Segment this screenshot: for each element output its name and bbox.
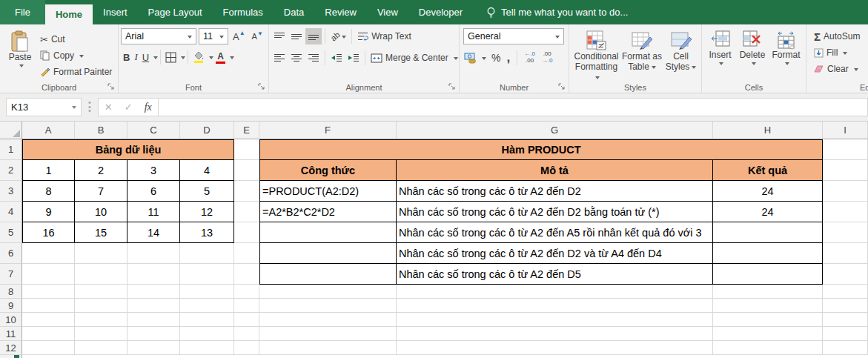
cell-F4[interactable]: =A2*B2*C2*D2 xyxy=(259,202,397,222)
cell-C12[interactable] xyxy=(127,341,180,355)
row-header-11[interactable]: 11 xyxy=(0,327,22,341)
cell-H13-partial[interactable] xyxy=(713,355,823,358)
row-header-5[interactable]: 5 xyxy=(0,222,22,243)
cell-E9[interactable] xyxy=(234,299,259,313)
align-middle-button[interactable] xyxy=(288,28,305,44)
copy-dropdown-caret[interactable] xyxy=(79,55,84,60)
cell-D3[interactable]: 5 xyxy=(180,181,234,202)
cell-B7[interactable] xyxy=(75,264,127,285)
cancel-icon[interactable]: ✕ xyxy=(105,102,113,113)
font-color-button[interactable]: A xyxy=(213,49,228,65)
cell-A1[interactable]: Bảng dữ liệu xyxy=(22,139,234,160)
cell-I3[interactable] xyxy=(823,181,868,202)
cell-D5[interactable]: 13 xyxy=(180,222,234,243)
cell-A2[interactable]: 1 xyxy=(22,160,75,181)
row-header-13-partial[interactable] xyxy=(0,355,22,358)
cell-E8[interactable] xyxy=(234,285,259,299)
cell-F6[interactable] xyxy=(259,243,397,264)
cell-F12[interactable] xyxy=(259,341,397,355)
cell-H11[interactable] xyxy=(713,327,823,341)
bold-button[interactable]: B xyxy=(121,49,132,65)
cell-G7[interactable]: Nhân các số trong các ô từ A2 đến D5 xyxy=(397,264,713,285)
row-header-9[interactable]: 9 xyxy=(0,299,22,313)
cell-G5[interactable]: Nhân các số trong các ô từ A2 đến A5 rồi… xyxy=(397,222,713,243)
cell-H8[interactable] xyxy=(713,285,823,299)
cell-F10[interactable] xyxy=(259,313,397,327)
cell-styles-button[interactable]: Cell Styles xyxy=(664,28,698,82)
wrap-text-button[interactable]: Wrap Text xyxy=(355,29,414,44)
cell-C4[interactable]: 11 xyxy=(127,202,180,222)
cell-I1[interactable] xyxy=(823,139,868,160)
cell-A8[interactable] xyxy=(22,285,75,299)
cell-B12[interactable] xyxy=(75,341,127,355)
number-format-combo[interactable]: General xyxy=(463,28,564,44)
cell-F11[interactable] xyxy=(259,327,397,341)
cell-E6[interactable] xyxy=(234,243,259,264)
tell-me-box[interactable]: Tell me what you want to do... xyxy=(486,0,628,24)
cell-A4[interactable]: 9 xyxy=(22,202,75,222)
cell-I10[interactable] xyxy=(823,313,868,327)
cell-B11[interactable] xyxy=(75,327,127,341)
row-header-12[interactable]: 12 xyxy=(0,341,22,355)
cell-B6[interactable] xyxy=(75,243,127,264)
cell-I8[interactable] xyxy=(823,285,868,299)
underline-button[interactable]: U xyxy=(140,49,151,65)
fill-color-button[interactable] xyxy=(191,49,207,65)
row-header-2[interactable]: 2 xyxy=(0,160,22,181)
conditional-formatting-button[interactable]: Conditional Formatting xyxy=(573,28,620,82)
name-box-dropdown-caret[interactable] xyxy=(72,106,76,111)
cell-F7[interactable] xyxy=(259,264,397,285)
cell-D8[interactable] xyxy=(180,285,234,299)
merge-center-dropdown-caret[interactable] xyxy=(454,57,458,62)
confirm-icon[interactable]: ✓ xyxy=(125,102,133,113)
col-header-A[interactable]: A xyxy=(22,122,75,139)
cell-B5[interactable]: 15 xyxy=(75,222,127,243)
cell-E7[interactable] xyxy=(234,264,259,285)
font-color-dropdown-caret[interactable] xyxy=(230,56,234,62)
cell-G11[interactable] xyxy=(397,327,713,341)
cell-H12[interactable] xyxy=(713,341,823,355)
cell-D2[interactable]: 4 xyxy=(180,160,234,181)
cell-C13-partial[interactable] xyxy=(127,355,180,358)
col-header-C[interactable]: C xyxy=(127,122,180,139)
cell-H3[interactable]: 24 xyxy=(713,181,823,202)
fill-color-dropdown-caret[interactable] xyxy=(209,56,213,62)
percent-style-button[interactable]: % xyxy=(489,50,503,66)
cell-F9[interactable] xyxy=(259,299,397,313)
align-right-button[interactable] xyxy=(305,50,322,66)
align-left-button[interactable] xyxy=(271,50,288,66)
cell-F13-partial[interactable] xyxy=(259,355,397,358)
shrink-font-button[interactable]: A ▼ xyxy=(250,28,265,44)
cell-B8[interactable] xyxy=(75,285,127,299)
tab-data[interactable]: Data xyxy=(274,0,314,24)
orientation-button[interactable]: ab xyxy=(328,28,348,44)
cell-G2[interactable]: Mô tả xyxy=(397,160,713,181)
col-header-E[interactable]: E xyxy=(234,122,259,139)
cell-A3[interactable]: 8 xyxy=(22,181,75,202)
cell-C3[interactable]: 6 xyxy=(127,181,180,202)
paste-button[interactable]: Paste xyxy=(2,29,38,82)
row-header-3[interactable]: 3 xyxy=(0,181,22,202)
cell-F2[interactable]: Công thức xyxy=(259,160,397,181)
cell-G3[interactable]: Nhân các số trong các ô từ A2 đến D2 xyxy=(397,181,713,202)
cell-C5[interactable]: 14 xyxy=(127,222,180,243)
cell-C7[interactable] xyxy=(127,264,180,285)
cell-A6[interactable] xyxy=(22,243,75,264)
col-header-G[interactable]: G xyxy=(397,122,713,139)
cell-A9[interactable] xyxy=(22,299,75,313)
name-box[interactable]: K13 xyxy=(6,98,82,116)
borders-button[interactable] xyxy=(163,49,179,65)
fill-button[interactable]: Fill xyxy=(812,45,866,60)
cell-G9[interactable] xyxy=(397,299,713,313)
increase-decimal-button[interactable]: ←.0 .00 xyxy=(522,50,537,66)
tab-file[interactable]: File xyxy=(0,0,45,24)
copy-button[interactable]: Copy xyxy=(38,48,114,63)
formula-input[interactable] xyxy=(159,98,868,116)
paste-dropdown-caret[interactable] xyxy=(19,64,24,70)
cell-F5[interactable] xyxy=(259,222,397,243)
cell-B4[interactable]: 10 xyxy=(75,202,127,222)
cell-I6[interactable] xyxy=(823,243,868,264)
cell-H6[interactable] xyxy=(713,243,823,264)
cell-B3[interactable]: 7 xyxy=(75,181,127,202)
cell-I13-partial[interactable] xyxy=(823,355,868,358)
